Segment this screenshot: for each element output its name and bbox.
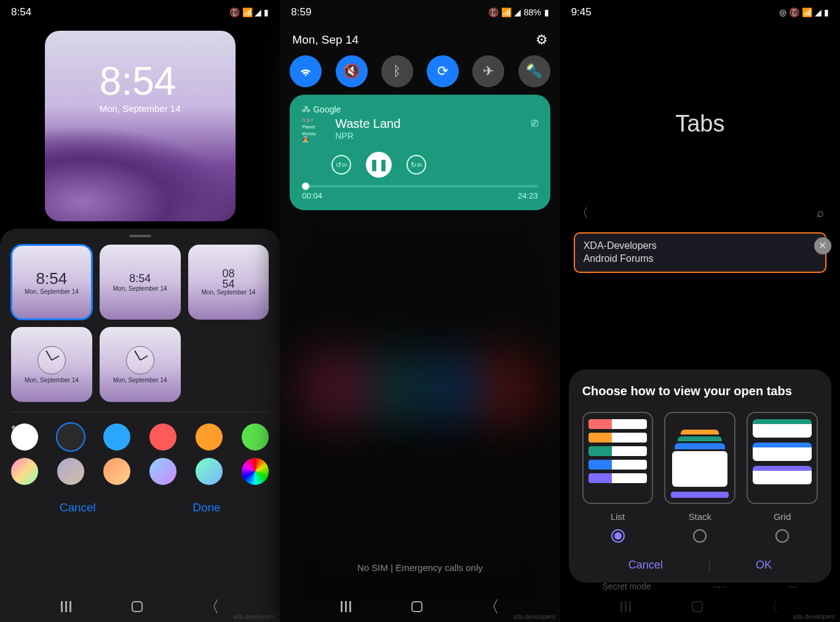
clock-date: Mon, September 14 [100, 103, 181, 114]
clock-widget: 8:54 Mon, September 14 [100, 61, 181, 114]
phone-notification-shade: 8:59 📵 📶 ◢ 88% ▮ Mon, Sep 14 ⚙ 🔇 ᛒ ⟳ ✈ 🔦… [280, 0, 560, 622]
shade-date: Mon, Sep 14 [292, 33, 359, 47]
nav-back-button[interactable]: 〈 [204, 596, 220, 618]
media-artwork: n p rPlanet Money🧑‍🚀 [302, 117, 328, 143]
rewind-button[interactable]: ↺10 [331, 155, 351, 175]
nav-recents-button[interactable] [620, 601, 631, 612]
media-subtitle: NPR [335, 131, 523, 141]
clock-style-option[interactable]: Mon, September 14 [11, 327, 92, 402]
nav-recents-button[interactable] [61, 601, 71, 612]
close-tab-button[interactable]: ✕ [814, 237, 831, 254]
clock-style-option[interactable]: 8:54 Mon, September 14 [11, 245, 92, 320]
cast-device-icon[interactable]: ⎚ [531, 117, 538, 130]
status-bar: 9:45 ◎ 📵 📶 ◢ ▮ [560, 0, 840, 25]
sim-status: No SIM | Emergency calls only [280, 562, 560, 573]
modal-title: Choose how to view your open tabs [582, 384, 818, 398]
clock-time: 8:54 [100, 61, 181, 101]
nav-home-button[interactable] [132, 601, 143, 612]
wallpaper-preview: 8:54 Mon, September 14 [45, 31, 236, 221]
status-icons: 📵 📶 ◢ ▮ [229, 7, 269, 17]
sheet-actions: Cancel Done [11, 485, 269, 524]
status-bar: 8:54 📵 📶 ◢ ▮ [0, 0, 280, 25]
color-swatch[interactable] [196, 423, 223, 451]
nav-back-button[interactable]: 〈 [483, 596, 499, 618]
color-swatch[interactable] [149, 458, 176, 485]
back-icon[interactable]: 〈 [576, 205, 588, 221]
secret-mode-button[interactable]: Secret mode [602, 581, 651, 591]
view-option-stack[interactable]: Stack [664, 412, 735, 543]
media-controls: ↺10 ❚❚ ↻30 [331, 152, 537, 178]
color-picker: ✎ [11, 412, 269, 485]
view-option-grid[interactable]: Grid [747, 412, 818, 543]
ok-button[interactable]: OK [756, 559, 772, 572]
color-swatch[interactable] [242, 423, 269, 451]
watermark: xda-developers [793, 613, 835, 620]
page-title: Tabs [560, 111, 840, 137]
status-icons: 📵 📶 ◢ 88% ▮ [488, 7, 549, 17]
media-player-card: ⁂ Google n p rPlanet Money🧑‍🚀 Waste Land… [290, 95, 550, 210]
watermark: xda-developers [233, 613, 275, 620]
media-elapsed: 00:04 [302, 191, 322, 200]
settings-icon[interactable]: ⚙ [536, 32, 548, 48]
browser-bottom-bar: Secret mode ····· ···· [560, 581, 840, 591]
clock-style-grid: 8:54 Mon, September 14 8:54 Mon, Septemb… [11, 245, 269, 402]
bluetooth-toggle[interactable]: ᛒ [381, 55, 413, 87]
nav-recents-button[interactable] [341, 601, 351, 612]
status-time: 9:45 [571, 6, 592, 18]
nav-back-button[interactable]: 〈 [763, 596, 779, 618]
radio-list[interactable] [611, 529, 625, 543]
color-custom-button[interactable]: ✎ [11, 423, 38, 451]
tab-preview-card[interactable]: XDA-Developers Android Forums ✕ [574, 232, 826, 273]
status-time: 8:54 [11, 6, 31, 18]
flashlight-toggle[interactable]: 🔦 [518, 55, 550, 87]
phone-tabs-view: 9:45 ◎ 📵 📶 ◢ ▮ Tabs 〈 ⌕ XDA-Developers A… [560, 0, 840, 622]
radio-stack[interactable] [693, 529, 707, 543]
notification-shade: Mon, Sep 14 ⚙ 🔇 ᛒ ⟳ ✈ 🔦 ⁂ Google n p rPl… [280, 25, 560, 214]
color-swatch[interactable] [11, 458, 38, 485]
sheet-handle[interactable] [129, 235, 151, 237]
color-swatch[interactable] [57, 423, 84, 451]
view-option-list[interactable]: List [582, 412, 654, 543]
analog-clock-icon [126, 346, 154, 374]
nav-home-button[interactable] [692, 601, 703, 612]
done-button[interactable]: Done [192, 501, 220, 514]
analog-clock-icon [38, 346, 66, 374]
autorotate-toggle[interactable]: ⟳ [427, 55, 459, 87]
status-bar: 8:59 📵 📶 ◢ 88% ▮ [280, 0, 560, 25]
media-duration: 24:23 [518, 191, 538, 200]
color-swatch[interactable] [242, 458, 269, 485]
color-swatch[interactable] [57, 458, 84, 485]
media-title: Waste Land [335, 117, 523, 131]
wifi-toggle[interactable] [290, 55, 322, 87]
tabs-toolbar: 〈 ⌕ [560, 205, 840, 221]
modal-actions: Cancel OK [582, 559, 818, 572]
radio-grid[interactable] [775, 529, 789, 543]
quick-settings-row: 🔇 ᛒ ⟳ ✈ 🔦 [290, 55, 550, 87]
view-options: List Stack Gri [582, 412, 818, 543]
media-source: ⁂ Google [302, 104, 537, 114]
media-progress-bar[interactable] [302, 185, 537, 187]
mute-toggle[interactable]: 🔇 [336, 55, 368, 87]
clock-style-option[interactable]: 8:54 Mon, September 14 [100, 245, 181, 320]
color-swatch[interactable] [196, 458, 223, 485]
clock-style-option[interactable]: 0854 Mon, September 14 [188, 245, 269, 320]
color-swatch[interactable] [149, 423, 176, 451]
clock-style-option[interactable]: Mon, September 14 [100, 327, 181, 402]
style-picker-sheet: 8:54 Mon, September 14 8:54 Mon, Septemb… [0, 229, 280, 622]
pause-button[interactable]: ❚❚ [366, 152, 392, 178]
phone-clock-style: 8:54 📵 📶 ◢ ▮ 8:54 Mon, September 14 8:54… [0, 0, 280, 622]
status-icons: ◎ 📵 📶 ◢ ▮ [779, 7, 829, 17]
airplane-toggle[interactable]: ✈ [472, 55, 504, 87]
forward-button[interactable]: ↻30 [406, 155, 426, 175]
watermark: xda-developers [513, 613, 555, 620]
cancel-button[interactable]: Cancel [60, 501, 96, 514]
search-icon[interactable]: ⌕ [817, 206, 824, 220]
cancel-button[interactable]: Cancel [628, 559, 663, 572]
tab-view-modal: Choose how to view your open tabs List [569, 369, 831, 583]
status-time: 8:59 [291, 6, 311, 18]
color-swatch[interactable] [103, 458, 130, 485]
color-swatch[interactable] [103, 423, 130, 451]
nav-home-button[interactable] [411, 601, 422, 612]
